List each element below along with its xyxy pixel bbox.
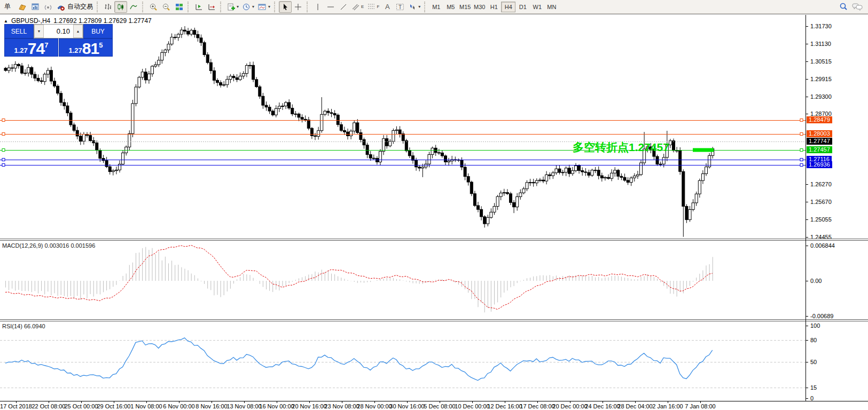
buy-price-display[interactable]: 1.27815 <box>59 38 113 57</box>
auto-scroll-icon[interactable] <box>192 1 205 13</box>
main-chart-panel[interactable]: ▲ GBPUSD-,H4 1.27692 1.27809 1.27629 1.2… <box>0 15 868 239</box>
tab-timeframe-m5[interactable]: M5 <box>443 2 458 12</box>
tab-timeframe-m15[interactable]: M15 <box>458 2 472 12</box>
toolbar: 单 自动交易 <box>0 0 868 14</box>
arrows-tool-icon[interactable]: ▾ <box>406 1 422 13</box>
buy-button[interactable]: BUY <box>83 24 113 38</box>
volume-input[interactable]: 0.10 <box>44 25 73 38</box>
time-axis-label: 5 Dec 08:00 <box>424 403 455 409</box>
buy-price-big: 81 <box>82 42 99 56</box>
indicators-list-button[interactable]: ▾ <box>225 1 240 13</box>
axis-tick-label: 0.00 <box>810 278 822 284</box>
time-axis-label: 23 Nov 08:00 <box>324 403 359 409</box>
buy-price-prefix: 1.27 <box>69 46 82 54</box>
time-axis-label: 16 Nov 00:00 <box>259 403 294 409</box>
axis-tick-label: 1.26270 <box>810 181 832 187</box>
time-axis-label: 2 Jan 16:00 <box>652 403 683 409</box>
tab-timeframe-d1[interactable]: D1 <box>515 2 530 12</box>
axis-tick-mark <box>806 362 808 362</box>
time-axis[interactable]: 17 Oct 201822 Oct 08:0025 Oct 00:0029 Oc… <box>0 401 868 410</box>
partial-order-button[interactable]: 单 <box>1 1 14 13</box>
tab-timeframe-h1[interactable]: H1 <box>487 2 501 12</box>
autotrading-button[interactable]: 自动交易 <box>54 1 95 13</box>
chart-title: ▲ GBPUSD-,H4 1.27692 1.27809 1.27629 1.2… <box>4 17 152 25</box>
search-icon[interactable] <box>837 1 850 13</box>
pivot-annotation-text[interactable]: 多空转折点1.27457 <box>573 140 669 155</box>
time-axis-label: 10 Dec 00:00 <box>455 403 489 409</box>
dropdown-caret-icon: ▾ <box>237 4 239 9</box>
equidistant-channel-tool-icon[interactable]: E <box>350 1 365 13</box>
volume-decrease-button[interactable]: ▼ <box>34 25 44 38</box>
line-chart-type-icon[interactable] <box>127 1 140 13</box>
axis-tick-label: 100 <box>810 322 820 329</box>
rsi-panel[interactable]: RSI(14) 66.0940 1008050150 <box>0 321 868 401</box>
sell-price-prefix: 1.27 <box>14 46 28 54</box>
price-line-label: 1.27457 <box>807 146 832 153</box>
time-axis-label: 30 Nov 16:00 <box>389 403 424 409</box>
templates-button[interactable]: ▾ <box>256 1 272 13</box>
signals-icon[interactable] <box>42 1 54 13</box>
chart-shift-icon[interactable] <box>205 1 218 13</box>
macd-panel[interactable]: MACD(12,26,9) 0.003016 0.001596 0.006844… <box>0 241 868 319</box>
sell-price-display[interactable]: 1.27747 <box>4 38 58 57</box>
axis-tick-mark <box>806 202 808 202</box>
dropdown-caret-icon: ▾ <box>252 4 254 9</box>
symbol-period-label: GBPUSD-,H4 <box>11 17 50 25</box>
text-label-tool-icon[interactable]: T <box>394 1 406 13</box>
cursor-tool-icon[interactable] <box>279 1 292 13</box>
periods-clock-button[interactable]: ▾ <box>240 1 256 13</box>
axis-tick-label: 1.25055 <box>810 216 832 223</box>
axis-tick-mark <box>806 246 808 246</box>
tab-timeframe-h4[interactable]: H4 <box>501 2 515 12</box>
time-axis-label: 1 Nov 08:00 <box>130 403 162 409</box>
axis-tick-label: 15 <box>810 384 817 391</box>
chat-icon[interactable] <box>850 1 865 13</box>
zoom-in-icon[interactable] <box>147 1 160 13</box>
axis-tick-label: 50 <box>810 359 817 365</box>
tile-windows-icon[interactable] <box>173 1 185 13</box>
time-axis-label: 17 Dec 08:00 <box>520 403 554 409</box>
toolbar-separator <box>187 2 190 12</box>
bar-chart-type-icon[interactable] <box>101 1 114 13</box>
toolbar-separator <box>142 2 145 12</box>
channel-letter: E <box>361 4 364 9</box>
time-axis-label: 24 Dec 16:00 <box>585 403 620 409</box>
price-line-label: 1.28479 <box>807 116 832 123</box>
time-axis-label: 25 Oct 00:00 <box>65 403 98 409</box>
dropdown-caret-icon: ▾ <box>268 4 270 9</box>
new-order-icon[interactable] <box>16 1 29 13</box>
buy-price-sup: 5 <box>99 41 103 49</box>
axis-tick-label: 1.30515 <box>810 58 832 65</box>
vertical-line-tool-icon[interactable] <box>311 1 324 13</box>
axis-tick-mark <box>806 184 808 185</box>
candlestick-chart-type-icon[interactable] <box>114 1 127 13</box>
toolbar-separator <box>97 2 99 12</box>
axis-tick-mark <box>806 340 808 341</box>
tab-timeframe-mn[interactable]: MN <box>544 2 559 12</box>
trendline-tool-icon[interactable] <box>337 1 350 13</box>
candlestick-chart[interactable] <box>0 15 806 239</box>
rsi-chart[interactable] <box>0 321 806 401</box>
volume-increase-button[interactable]: ▲ <box>73 25 83 38</box>
macd-indicator-label: MACD(12,26,9) 0.003016 0.001596 <box>2 242 95 249</box>
new-chart-icon[interactable] <box>29 1 42 13</box>
sell-price-sup: 7 <box>44 41 48 49</box>
axis-tick-label: 1.29300 <box>810 93 832 100</box>
autotrading-label: 自动交易 <box>67 2 93 11</box>
tab-timeframe-m1[interactable]: M1 <box>429 2 443 12</box>
fibonacci-tool-icon[interactable]: F <box>365 1 381 13</box>
sell-button[interactable]: SELL <box>4 24 34 38</box>
collapse-triangle-icon[interactable]: ▲ <box>4 19 8 23</box>
sell-price-big: 74 <box>28 42 44 56</box>
zoom-out-icon[interactable] <box>160 1 173 13</box>
tab-timeframe-m30[interactable]: M30 <box>472 2 487 12</box>
tab-timeframe-w1[interactable]: W1 <box>530 2 544 12</box>
axis-tick-label: 80 <box>810 337 817 343</box>
crosshair-tool-icon[interactable] <box>292 1 304 13</box>
horizontal-line-tool-icon[interactable] <box>324 1 337 13</box>
time-axis-label: 29 Oct 16:00 <box>97 403 131 409</box>
macd-chart[interactable] <box>0 241 806 319</box>
text-tool-icon[interactable]: A <box>381 1 394 13</box>
toolbar-separator <box>424 2 427 12</box>
axis-tick-label: 1.25670 <box>810 199 832 205</box>
